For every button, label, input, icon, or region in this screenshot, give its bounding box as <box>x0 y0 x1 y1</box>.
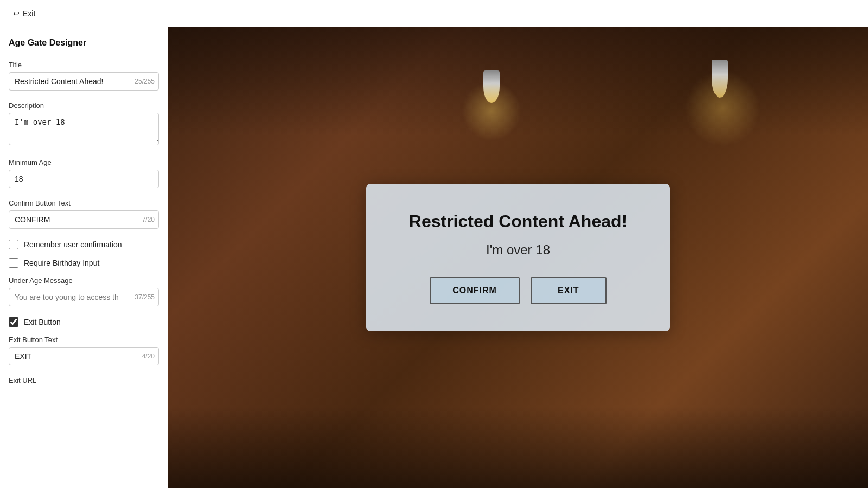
preview-background: Restricted Content Ahead! I'm over 18 CO… <box>168 27 868 488</box>
modal-overlay: Restricted Content Ahead! I'm over 18 CO… <box>168 27 868 488</box>
sidebar: Age Gate Designer Title 25/255 Descripti… <box>0 27 168 488</box>
birthday-checkbox-row: Require Birthday Input <box>9 258 159 268</box>
modal-exit-button[interactable]: EXIT <box>531 277 607 304</box>
min-age-input[interactable] <box>9 170 159 188</box>
description-field-group: Description <box>9 101 159 147</box>
remember-checkbox[interactable] <box>9 240 18 249</box>
min-age-field-group: Minimum Age <box>9 158 159 188</box>
exit-btn-text-field-group: Exit Button Text 4/20 <box>9 336 159 365</box>
description-input[interactable] <box>9 113 159 145</box>
exit-button-label: Exit <box>23 9 35 18</box>
main-layout: Age Gate Designer Title 25/255 Descripti… <box>0 27 868 488</box>
exit-url-label: Exit URL <box>9 376 159 384</box>
birthday-checkbox[interactable] <box>9 258 18 268</box>
description-field-label: Description <box>9 101 159 110</box>
top-bar: ↩ Exit <box>0 0 868 27</box>
under-age-field-group: Under Age Message 37/255 <box>9 277 159 306</box>
modal-description: I'm over 18 <box>399 242 637 258</box>
exit-button-checkbox[interactable] <box>9 317 18 327</box>
birthday-label[interactable]: Require Birthday Input <box>24 259 99 267</box>
modal-box: Restricted Content Ahead! I'm over 18 CO… <box>366 184 670 331</box>
under-age-label: Under Age Message <box>9 277 159 285</box>
exit-btn-text-input[interactable] <box>9 347 159 365</box>
confirm-btn-field-label: Confirm Button Text <box>9 199 159 207</box>
exit-btn-text-input-wrap: 4/20 <box>9 347 159 365</box>
modal-buttons: CONFIRM EXIT <box>399 277 637 304</box>
title-input[interactable] <box>9 72 159 91</box>
modal-confirm-button[interactable]: CONFIRM <box>430 277 520 304</box>
preview-area: Restricted Content Ahead! I'm over 18 CO… <box>168 27 868 488</box>
confirm-btn-field-group: Confirm Button Text 7/20 <box>9 199 159 229</box>
exit-button[interactable]: ↩ Exit <box>9 7 40 20</box>
exit-btn-text-label: Exit Button Text <box>9 336 159 344</box>
confirm-btn-input[interactable] <box>9 210 159 229</box>
under-age-input-wrap: 37/255 <box>9 288 159 306</box>
under-age-input[interactable] <box>9 288 159 306</box>
confirm-btn-input-wrap: 7/20 <box>9 210 159 229</box>
exit-button-label[interactable]: Exit Button <box>24 318 61 326</box>
modal-title: Restricted Content Ahead! <box>399 211 637 232</box>
remember-checkbox-row: Remember user confirmation <box>9 240 159 249</box>
title-input-wrap: 25/255 <box>9 72 159 91</box>
exit-button-checkbox-row: Exit Button <box>9 317 159 327</box>
sidebar-title: Age Gate Designer <box>9 38 159 48</box>
title-field-group: Title 25/255 <box>9 61 159 91</box>
exit-url-field-group: Exit URL <box>9 376 159 384</box>
exit-arrow-icon: ↩ <box>13 9 20 18</box>
title-field-label: Title <box>9 61 159 69</box>
remember-label[interactable]: Remember user confirmation <box>24 240 122 249</box>
min-age-label: Minimum Age <box>9 158 159 166</box>
